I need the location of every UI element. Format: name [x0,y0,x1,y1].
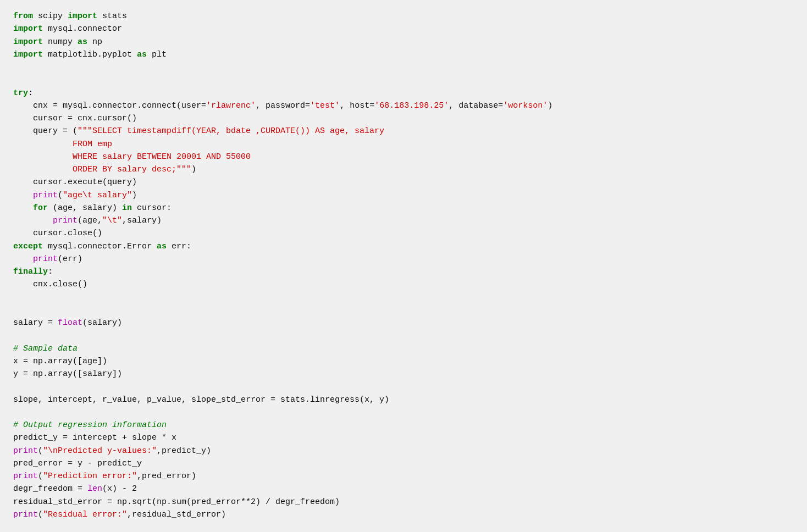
code-token: matplotlib.pyplot [43,50,137,59]
code-token: degr_freedom = [13,484,87,494]
code-token: salary = [13,318,58,328]
code-token: finally [13,267,48,276]
code-token: # Sample data [13,344,78,353]
code-line [13,329,794,342]
code-token: cursor.execute(query) [13,178,137,187]
code-token: ( [38,510,43,519]
code-line: finally: [13,265,794,278]
code-line: import mysql.connector [13,23,794,35]
code-token [13,165,73,174]
code-line: WHERE salary BETWEEN 20001 AND 55000 [13,151,794,163]
code-token: 'rlawrenc' [206,101,256,110]
code-token: slope, intercept, r_value, p_value, slop… [13,395,389,404]
code-line: print("Residual error:",residual_std_err… [13,508,794,521]
code-token: "Residual error:" [43,510,127,519]
code-token [13,216,53,225]
code-line: try: [13,87,794,99]
code-token: print [13,510,38,519]
code-token: pred_error = y - predict_y [13,459,142,468]
code-token: mysql.connector [43,24,122,34]
code-line: x = np.array([age]) [13,355,794,368]
code-line [13,291,794,304]
code-line: import numpy as np [13,36,794,48]
code-token [13,152,73,162]
code-token: FROM emp [73,140,112,149]
code-token [13,254,33,264]
code-line [13,61,794,74]
code-token: ( [58,191,63,200]
code-block: from scipy import statsimport mysql.conn… [13,10,794,521]
code-token: query = ( [13,126,78,136]
code-token: (x) - 2 [102,484,137,494]
code-token: cursor = cnx.cursor() [13,114,137,123]
code-token: : [48,267,53,276]
code-token: cursor.close() [13,229,102,238]
code-token: plt [147,50,167,59]
code-line: FROM emp [13,138,794,151]
code-token: "\nPredicted y-values:" [43,446,157,456]
code-token [13,191,33,200]
code-token: , host= [340,101,374,110]
code-token: as [137,50,147,59]
code-line: query = ("""SELECT timestampdiff(YEAR, b… [13,125,794,137]
code-token: mysql.connector.Error [43,242,157,251]
code-token: "Prediction error:" [43,472,137,481]
code-token: ,residual_std_error) [127,510,226,519]
code-line [13,380,794,393]
code-line: cursor.execute(query) [13,176,794,189]
code-token: except [13,242,43,251]
code-token: ,predict_y) [157,446,211,456]
code-token: residual_std_error = np.sqrt(np.sum(pred… [13,497,340,507]
code-token [13,203,33,213]
code-line [13,74,794,86]
code-line: # Output regression information [13,419,794,431]
code-token: ) [191,165,196,174]
code-token: 'test' [310,101,340,110]
code-token: , password= [256,101,310,110]
code-token: try [13,88,28,98]
code-token: (salary) [82,318,122,328]
code-token: predict_y = intercept + slope * x [13,433,176,442]
code-token: print [13,446,38,456]
code-line: print(age,"\t",salary) [13,214,794,227]
code-token: in [122,203,132,213]
code-container: from scipy import statsimport mysql.conn… [0,0,807,532]
code-line: print("age\t salary") [13,189,794,202]
code-line: cnx.close() [13,278,794,291]
code-token: len [87,484,102,494]
code-token: "age\t salary" [63,191,132,200]
code-token: print [33,191,58,200]
code-token: (age, [78,216,102,225]
code-line: except mysql.connector.Error as err: [13,240,794,253]
code-token: ) [548,101,552,110]
code-line: cnx = mysql.connector.connect(user='rlaw… [13,99,794,112]
code-token: '68.183.198.25' [374,101,449,110]
code-line: residual_std_error = np.sqrt(np.sum(pred… [13,496,794,508]
code-token: print [53,216,78,225]
code-token: scipy [33,12,68,21]
code-line: slope, intercept, r_value, p_value, slop… [13,394,794,406]
code-token: import [13,50,43,59]
code-token: x = np.array([age]) [13,357,107,366]
code-line: print("\nPredicted y-values:",predict_y) [13,445,794,457]
code-token: import [13,37,43,47]
code-line: cursor.close() [13,227,794,240]
code-line: y = np.array([salary]) [13,368,794,380]
code-token: cnx.close() [13,280,87,289]
code-token: WHERE salary BETWEEN 20001 AND 55000 [73,152,251,162]
code-token: import [13,24,43,34]
code-token: cnx = mysql.connector.connect(user= [13,101,206,110]
code-token: ( [38,472,43,481]
code-line: ORDER BY salary desc;""") [13,163,794,176]
code-line: import matplotlib.pyplot as plt [13,48,794,61]
code-token: as [157,242,167,251]
code-line: predict_y = intercept + slope * x [13,431,794,444]
code-token: ,pred_error) [137,472,196,481]
code-token: err: [167,242,191,251]
code-token: : [28,88,33,98]
code-line: print(err) [13,253,794,265]
code-line: salary = float(salary) [13,317,794,329]
code-token: """SELECT timestampdiff(YEAR, bdate ,CUR… [78,126,384,136]
code-token: y = np.array([salary]) [13,369,122,379]
code-token: cursor: [132,203,172,213]
